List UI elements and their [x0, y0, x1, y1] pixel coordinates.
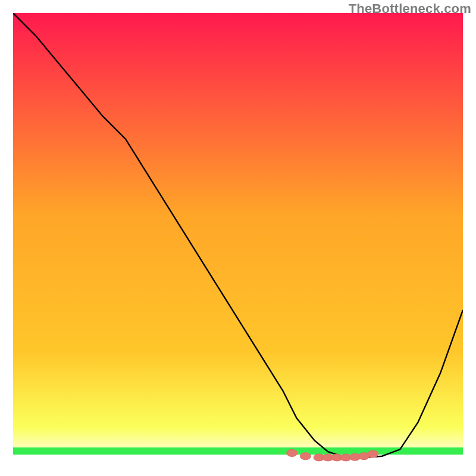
gradient-background [13, 13, 463, 463]
base-strip [13, 455, 463, 463]
plot-area [13, 13, 463, 463]
optimal-marker [287, 449, 298, 456]
optimal-marker [300, 453, 311, 460]
chart-stage: TheBottleneck.com [0, 0, 476, 476]
chart-svg [13, 13, 463, 463]
optimal-marker [368, 450, 378, 458]
